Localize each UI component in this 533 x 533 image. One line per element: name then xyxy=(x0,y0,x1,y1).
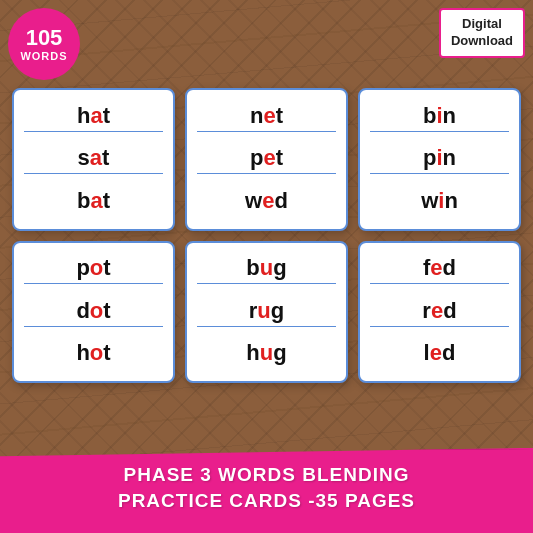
card-pot: pot dot hot xyxy=(12,241,175,384)
word-rug: rug xyxy=(197,298,336,327)
word-bat: bat xyxy=(24,188,163,216)
word-led: led xyxy=(370,340,509,368)
word-sat: sat xyxy=(24,145,163,174)
card-bug: bug rug hug xyxy=(185,241,348,384)
word-win: win xyxy=(370,188,509,216)
word-wed: wed xyxy=(197,188,336,216)
digital-download-text: Digital Download xyxy=(451,16,513,50)
background: 105 WORDS Digital Download hat sat bat n… xyxy=(0,0,533,533)
word-net: net xyxy=(197,103,336,132)
digital-download-badge: Digital Download xyxy=(439,8,525,58)
banner-line2: PRACTICE CARDS -35 PAGES xyxy=(118,488,415,515)
word-pot: pot xyxy=(24,255,163,284)
word-dot: dot xyxy=(24,298,163,327)
word-hat: hat xyxy=(24,103,163,132)
words-badge: 105 WORDS xyxy=(8,8,80,80)
word-pin: pin xyxy=(370,145,509,174)
word-hug: hug xyxy=(197,340,336,368)
word-bug: bug xyxy=(197,255,336,284)
card-hat: hat sat bat xyxy=(12,88,175,231)
badge-number: 105 xyxy=(26,26,63,50)
word-hot: hot xyxy=(24,340,163,368)
card-fed: fed red led xyxy=(358,241,521,384)
banner-line1: PHASE 3 WORDS BLENDING xyxy=(124,462,410,489)
badge-label: WORDS xyxy=(20,50,67,62)
card-bin: bin pin win xyxy=(358,88,521,231)
word-bin: bin xyxy=(370,103,509,132)
cards-grid: hat sat bat net pet wed bin xyxy=(12,88,521,383)
card-net: net pet wed xyxy=(185,88,348,231)
word-fed: fed xyxy=(370,255,509,284)
bottom-banner: PHASE 3 WORDS BLENDING PRACTICE CARDS -3… xyxy=(0,448,533,533)
word-red: red xyxy=(370,298,509,327)
word-pet: pet xyxy=(197,145,336,174)
